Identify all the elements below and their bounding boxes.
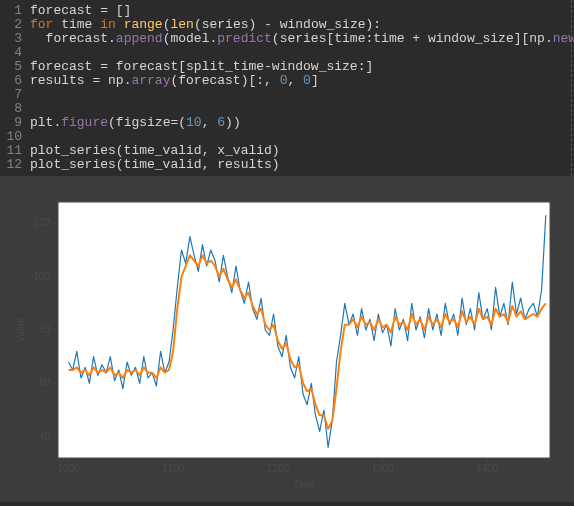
line-number: 7 <box>0 88 30 102</box>
code-text[interactable]: forecast = [] <box>30 4 131 18</box>
plot-background <box>58 202 550 458</box>
y-tick: 60 <box>39 377 58 388</box>
output-cell: 10001100120013001400Time406080100120Valu… <box>0 176 574 502</box>
x-tick: 1400 <box>476 458 499 474</box>
code-line[interactable]: 8 <box>0 102 571 116</box>
line-number: 3 <box>0 32 30 46</box>
svg-text:1400: 1400 <box>476 463 499 474</box>
line-number: 6 <box>0 74 30 88</box>
code-line[interactable]: 7 <box>0 88 571 102</box>
svg-text:1100: 1100 <box>162 463 185 474</box>
line-number: 9 <box>0 116 30 130</box>
line-number: 1 <box>0 4 30 18</box>
y-axis-label: Value <box>15 317 26 342</box>
svg-text:100: 100 <box>33 271 50 282</box>
code-line[interactable]: 5forecast = forecast[split_time-window_s… <box>0 60 571 74</box>
code-line[interactable]: 12plot_series(time_valid, results) <box>0 158 571 172</box>
svg-text:80: 80 <box>39 324 51 335</box>
code-line[interactable]: 11plot_series(time_valid, x_valid) <box>0 144 571 158</box>
line-number: 11 <box>0 144 30 158</box>
code-line[interactable]: 3 forecast.append(model.predict(series[t… <box>0 32 571 46</box>
svg-text:60: 60 <box>39 377 51 388</box>
x-axis-label: Time <box>293 479 315 490</box>
svg-text:1200: 1200 <box>267 463 290 474</box>
line-number: 8 <box>0 102 30 116</box>
x-tick: 1200 <box>267 458 290 474</box>
code-line[interactable]: 9plt.figure(figsize=(10, 6)) <box>0 116 571 130</box>
code-line[interactable]: 2for time in range(len(series) - window_… <box>0 18 571 32</box>
code-line[interactable]: 6results = np.array(forecast)[:, 0, 0] <box>0 74 571 88</box>
code-text[interactable]: for time in range(len(series) - window_s… <box>30 18 381 32</box>
line-number: 2 <box>0 18 30 32</box>
code-line[interactable]: 4 <box>0 46 571 60</box>
line-number: 4 <box>0 46 30 60</box>
code-text[interactable]: plot_series(time_valid, x_valid) <box>30 144 280 158</box>
code-editor[interactable]: 1forecast = []2for time in range(len(ser… <box>0 0 572 176</box>
code-text[interactable]: forecast.append(model.predict(series[tim… <box>30 32 574 46</box>
line-number: 12 <box>0 158 30 172</box>
y-tick: 120 <box>33 217 58 228</box>
code-text[interactable]: plt.figure(figsize=(10, 6)) <box>30 116 241 130</box>
line-number: 10 <box>0 130 30 144</box>
svg-text:1000: 1000 <box>57 463 80 474</box>
svg-text:120: 120 <box>33 217 50 228</box>
y-tick: 80 <box>39 324 58 335</box>
code-text[interactable]: forecast = forecast[split_time-window_si… <box>30 60 373 74</box>
forecast-chart: 10001100120013001400Time406080100120Valu… <box>10 192 560 492</box>
x-tick: 1100 <box>162 458 185 474</box>
x-tick: 1000 <box>57 458 80 474</box>
svg-text:40: 40 <box>39 431 51 442</box>
code-line[interactable]: 10 <box>0 130 571 144</box>
code-text[interactable]: plot_series(time_valid, results) <box>30 158 280 172</box>
line-number: 5 <box>0 60 30 74</box>
code-text[interactable]: results = np.array(forecast)[:, 0, 0] <box>30 74 319 88</box>
x-tick: 1300 <box>371 458 394 474</box>
y-tick: 100 <box>33 271 58 282</box>
y-tick: 40 <box>39 431 58 442</box>
code-line[interactable]: 1forecast = [] <box>0 4 571 18</box>
svg-text:1300: 1300 <box>371 463 394 474</box>
